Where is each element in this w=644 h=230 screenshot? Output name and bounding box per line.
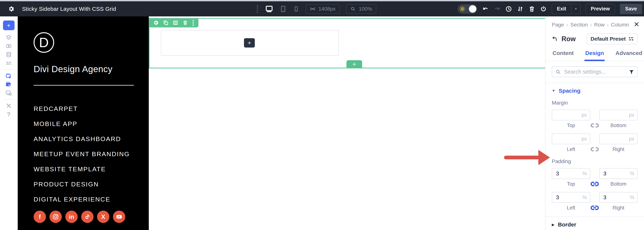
site-sidebar: D Divi Design Agency REDCARPET MOBILE AP… [18,16,149,230]
dynamic-content-database-icon[interactable] [6,50,12,59]
sun-icon [460,6,465,12]
wireframe-view-icon[interactable] [6,59,12,67]
menu-item-website-template[interactable]: WEBSITE TEMPLATE [34,162,130,177]
instagram-icon[interactable] [50,211,62,223]
add-element-button[interactable]: + [3,20,14,30]
row-duplicate-icon[interactable] [163,20,168,25]
responsive-preview-icon[interactable] [6,89,12,97]
exit-caret-icon[interactable]: ▼ [572,7,580,11]
border-collapsed-caret-icon: ▶ [552,223,554,227]
width-arrows-icon [310,6,316,12]
trash-icon[interactable] [528,5,535,12]
search-settings [552,66,638,77]
breadcrumb-section[interactable]: Section [570,22,588,28]
page-title: Sticky Sidebar Layout With CSS Grid [22,6,116,12]
padding-bottom-field: % [599,168,638,179]
panel-divider [546,217,644,217]
linkedin-glyph: in [69,214,74,220]
portability-power-icon[interactable] [540,5,547,12]
help-icon[interactable]: ? [7,110,11,119]
builder-topbar: Sticky Sidebar Layout With CSS Grid 1408… [0,1,644,16]
redo-icon[interactable] [494,5,500,12]
breadcrumb-separator: › [607,22,609,28]
click-mode-active-icon[interactable] [6,80,12,89]
row-columns-icon[interactable] [173,20,178,25]
search-icon [555,69,561,75]
padding-link-icon[interactable] [590,205,599,211]
close-panel-icon[interactable] [634,21,640,28]
save-button[interactable]: Save [620,4,642,14]
drag-handle-icon[interactable] [256,5,259,13]
preview-button[interactable]: Preview [586,4,615,14]
spacing-section-label: Spacing [559,88,580,94]
linkedin-icon[interactable]: in [65,211,78,223]
padding-unit: % [582,171,587,177]
breadcrumb-row[interactable]: Row [594,22,604,28]
breadcrumb-page[interactable]: Page [552,22,564,28]
spacing-section-header[interactable]: ▼ Spacing [552,88,638,94]
margin-unlink-icon[interactable] [590,122,599,129]
menu-item-product-design[interactable]: PRODUCT DESIGN [34,177,130,192]
margin-unlink-icon[interactable] [590,146,599,153]
border-section-label: Border [558,222,576,228]
builder-tools-icon[interactable] [6,101,12,110]
filter-funnel-icon[interactable] [629,69,634,75]
row-delete-icon[interactable] [182,20,188,25]
margin-left-field: px [552,133,590,144]
row-settings-gear-icon[interactable] [153,20,159,26]
margin-bottom-label: Bottom [599,123,638,128]
phone-view-icon[interactable] [293,6,300,12]
margin-unit: px [582,112,587,118]
brand-name: Divi Design Agency [34,64,112,74]
facebook-icon[interactable]: f [34,211,46,223]
row-drag-dots-icon[interactable] [192,19,194,26]
search-settings-input[interactable] [552,66,638,77]
margin-left-right-row: px px [552,133,638,144]
menu-item-digital-experience[interactable]: DIGITAL EXPERIENCE [34,192,130,207]
padding-link-icon[interactable] [590,181,599,187]
padding-left-right-row: % % [552,192,638,203]
undo-icon[interactable] [482,5,489,12]
site-logo[interactable]: D [34,32,54,53]
tab-design[interactable]: Design [584,50,604,61]
breadcrumb-column[interactable]: Column [611,22,629,28]
padding-top-field: % [552,168,590,179]
margin-right-field: px [599,133,638,144]
light-dark-toggle[interactable] [458,4,477,13]
border-section-header[interactable]: ▶ Border [552,222,638,228]
menu-item-mobile-app[interactable]: MOBILE APP [34,116,130,131]
add-row-button[interactable]: + [346,60,362,68]
youtube-icon[interactable] [113,211,125,223]
tablet-view-icon[interactable] [280,5,287,12]
red-annotation-arrow [504,149,551,167]
exit-button[interactable]: Exit ▼ [552,4,580,14]
zoom-field[interactable]: 100% [346,4,376,14]
add-module-button[interactable]: + [244,38,255,47]
click-mode-outline-icon[interactable] [6,72,12,80]
tab-advanced[interactable]: Advanced [615,50,643,61]
x-twitter-icon[interactable]: X [97,211,110,223]
history-clock-icon[interactable] [505,5,512,12]
margin-top-label: Top [552,123,590,128]
toolbar-divider [4,69,14,70]
margin-right-label: Right [599,147,638,152]
default-preset-button[interactable]: Default Preset [587,33,638,44]
sort-arrows-icon[interactable] [517,5,524,12]
menu-item-analytics-dashboard[interactable]: ANALYTICS DASHBOARD [34,131,130,147]
row-settings-panel: Page › Section › Row › Column Row Defaul… [545,16,644,230]
desktop-view-icon[interactable] [265,5,273,13]
margin-top-field: px [552,110,590,120]
back-arrow-icon[interactable] [552,36,558,42]
tiktok-icon[interactable] [81,211,94,223]
breadcrumb: Page › Section › Row › Column [552,22,638,28]
layers-view-icon[interactable] [6,33,12,42]
viewport-width-field[interactable]: 1408px [306,4,340,14]
padding-left-field: % [552,192,590,203]
tab-content[interactable]: Content [552,50,574,61]
menu-item-meetup-event-branding[interactable]: MEETUP EVENT BRANDING [34,147,130,162]
page-layouts-icon[interactable] [6,42,12,50]
menu-item-redcarpet[interactable]: REDCARPET [34,101,130,116]
page-settings-gear-icon[interactable] [8,5,14,12]
exit-label: Exit [552,6,571,12]
sidebar-menu: REDCARPET MOBILE APP ANALYTICS DASHBOARD… [34,101,130,207]
